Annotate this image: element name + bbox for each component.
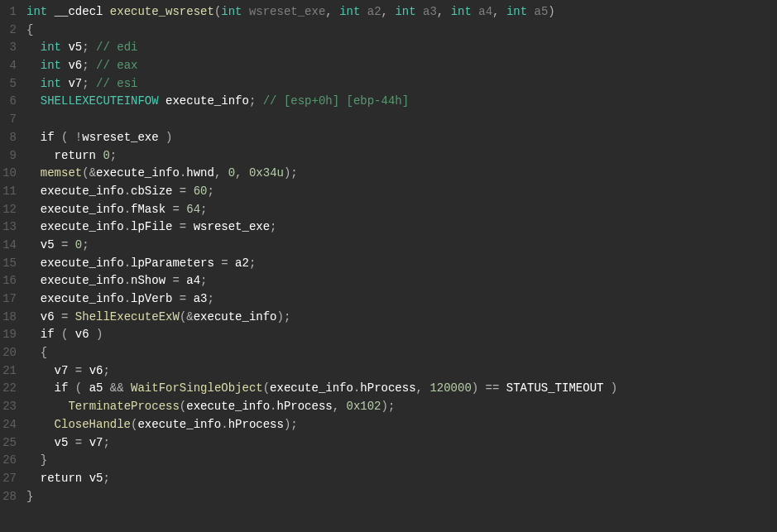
code-line[interactable]: execute_info.nShow = a4; [26,272,617,290]
code-line[interactable]: v6 = ShellExecuteExW(&execute_info); [26,309,617,327]
code-token [26,436,55,449]
code-token: lpVerb [131,292,172,305]
code-token: execute_info [137,418,221,431]
line-number: 20 [0,344,18,362]
code-line[interactable]: { [26,344,617,362]
code-token [26,418,55,431]
code-token: execute_info [96,166,180,180]
code-line[interactable]: execute_info.fMask = 64; [26,201,617,219]
code-token: (& [180,310,194,324]
code-token: v6 [75,328,89,341]
code-line[interactable]: SHELLEXECUTEINFOW execute_info; // [esp+… [26,93,617,111]
code-token: int [395,5,415,18]
code-token: = [172,185,193,198]
code-line[interactable]: TerminateProcess(execute_info.hProcess, … [26,398,617,416]
code-token [26,41,41,54]
code-line[interactable]: execute_info.lpFile = wsreset_exe; [26,218,617,237]
code-line[interactable] [26,111,617,129]
code-token [26,310,41,324]
code-token: = [165,203,186,216]
code-token: = [68,436,89,449]
code-token: = [55,310,75,324]
code-line[interactable]: if ( v6 ) [26,326,617,344]
code-line[interactable]: memset(&execute_info.hwnd, 0, 0x34u); [26,165,617,183]
code-token: ) [159,131,173,144]
code-token: ( [61,328,75,341]
code-editor[interactable]: 1234567891011121314151617181920212223242… [0,0,777,506]
code-token [26,381,55,395]
code-line[interactable]: if ( !wsreset_exe ) [26,129,617,147]
code-token [26,472,41,485]
code-token: SHELLEXECUTEINFOW [41,94,159,108]
code-token: , [437,5,451,18]
code-token [26,166,41,180]
code-token [26,346,41,359]
code-line[interactable]: return 0; [26,147,617,165]
code-token: , [325,5,339,18]
code-token: . [124,256,131,270]
code-token: ) [89,328,103,341]
code-token [26,364,55,377]
code-area[interactable]: int __cdecl execute_wsreset(int wsreset_… [26,3,617,506]
code-token [26,328,41,341]
code-token: ; [208,292,214,305]
code-line[interactable]: v7 = v6; [26,362,617,381]
code-line[interactable]: CloseHandle(execute_info.hProcess); [26,416,617,434]
code-token: = [55,238,75,252]
line-number: 7 [0,111,18,129]
code-line[interactable]: int v5; // edi [26,39,617,57]
code-token: CloseHandle [55,418,131,431]
code-token: a3 [423,5,437,18]
code-token: ; [208,185,214,198]
code-token: fMask [131,203,165,216]
code-line[interactable]: execute_info.cbSize = 60; [26,183,617,201]
code-token: v7 [55,364,69,377]
code-token: . [221,418,228,431]
code-token: execute_info [194,310,277,324]
code-token: wsreset_exe [249,5,325,18]
code-token: 0 [103,149,109,162]
code-token: STATUS_TIMEOUT [506,381,604,395]
code-token: __cdecl [55,5,103,18]
code-token: // [esp+0h] [ebp-44h] [263,94,409,108]
code-line[interactable]: int __cdecl execute_wsreset(int wsreset_… [26,3,617,22]
code-line[interactable]: if ( a5 && WaitForSingleObject(execute_i… [26,380,617,398]
code-token: // esi [96,77,137,90]
code-token: ( [180,400,186,413]
line-number: 21 [0,362,18,381]
code-line[interactable]: v5 = 0; [26,237,617,255]
code-token [26,203,41,216]
code-token [26,292,41,305]
line-number: 14 [0,237,18,255]
code-token: ); [284,166,298,180]
code-token: (& [82,166,96,180]
line-number: 10 [0,165,18,183]
code-line[interactable]: { [26,22,617,40]
code-token [68,381,74,395]
code-token: if [41,328,55,341]
code-line[interactable]: } [26,452,617,470]
code-line[interactable]: return v5; [26,470,617,488]
code-token: if [55,381,69,395]
code-token: , [214,166,228,180]
line-number: 11 [0,183,18,201]
line-number: 22 [0,380,18,398]
code-token [55,131,61,144]
code-token: hProcess [228,418,284,431]
line-number: 5 [0,75,18,93]
code-line[interactable]: execute_info.lpParameters = a2; [26,255,617,273]
code-line[interactable]: v5 = v7; [26,434,617,453]
code-line[interactable]: execute_info.lpVerb = a3; [26,290,617,309]
code-token: ; [103,364,109,377]
code-token: // edi [96,41,137,54]
code-line[interactable]: int v7; // esi [26,75,617,93]
line-number: 24 [0,416,18,434]
code-token: v5 [41,238,55,252]
code-token: wsreset_exe [82,131,158,144]
code-line[interactable]: int v6; // eax [26,57,617,75]
code-token: WaitForSingleObject [131,381,263,395]
code-token: && [103,381,131,395]
code-token: 60 [194,185,208,198]
code-line[interactable]: } [26,488,617,506]
code-token [82,472,89,485]
